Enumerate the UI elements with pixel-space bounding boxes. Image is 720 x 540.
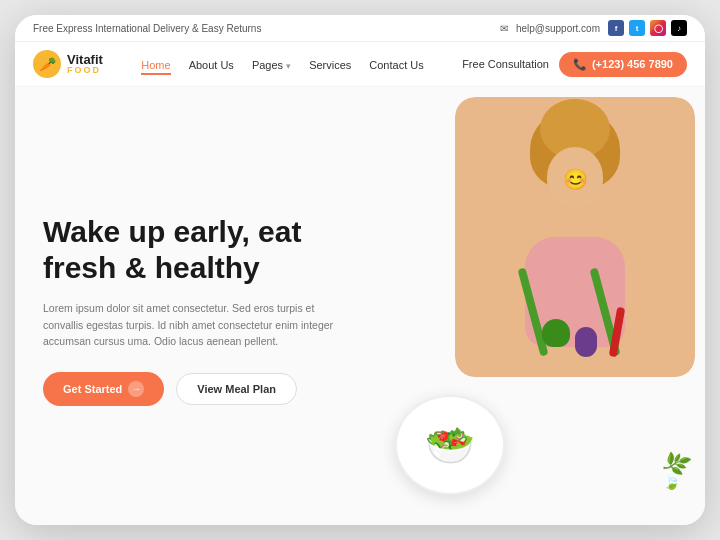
person-face <box>547 147 603 207</box>
nav-item-home[interactable]: Home <box>141 55 170 73</box>
nav-item-contact[interactable]: Contact Us <box>369 55 423 73</box>
device-frame: Free Express International Delivery & Ea… <box>15 15 705 525</box>
veggies-group <box>465 257 685 357</box>
meal-plan-label: View Meal Plan <box>197 383 276 395</box>
social-icons: f t ◯ ♪ <box>608 20 687 36</box>
plate-circle: 🥗 <box>395 395 505 495</box>
facebook-icon[interactable]: f <box>608 20 624 36</box>
logo-text: Vitafit FOOD <box>67 53 103 75</box>
nav-link-home[interactable]: Home <box>141 59 170 75</box>
pages-chevron-icon: ▾ <box>286 61 291 71</box>
topbar-right: ✉ help@support.com f t ◯ ♪ <box>500 20 687 36</box>
hero-section: Wake up early, eat fresh & healthy Lorem… <box>15 87 705 525</box>
tiktok-icon[interactable]: ♪ <box>671 20 687 36</box>
veggie-broccoli <box>542 319 570 347</box>
phone-number: (+123) 456 7890 <box>592 58 673 70</box>
instagram-icon[interactable]: ◯ <box>650 20 666 36</box>
hero-description: Lorem ipsum dolor sit amet consectetur. … <box>43 300 353 350</box>
logo-sub-name: FOOD <box>67 66 103 75</box>
nav-right: Free Consultation 📞 (+123) 456 7890 <box>462 52 687 77</box>
hero-title-line2: fresh & healthy <box>43 251 260 284</box>
topbar-left: Free Express International Delivery & Ea… <box>33 23 261 34</box>
arrow-right-icon: → <box>128 381 144 397</box>
veggie-purple <box>575 327 597 357</box>
twitter-icon[interactable]: t <box>629 20 645 36</box>
envelope-icon: ✉ <box>500 23 508 34</box>
free-consultation-label: Free Consultation <box>462 58 549 70</box>
leaf-decoration-right2: 🍃 <box>663 474 680 490</box>
nav-link-about[interactable]: About Us <box>189 59 234 71</box>
phone-icon: 📞 <box>573 58 587 71</box>
get-started-button[interactable]: Get Started → <box>43 372 164 406</box>
nav-link-contact[interactable]: Contact Us <box>369 59 423 71</box>
hero-title: Wake up early, eat fresh & healthy <box>43 214 401 286</box>
logo-emoji: 🥕 <box>39 56 56 72</box>
delivery-text: Free Express International Delivery & Ea… <box>33 23 261 34</box>
nav-link-pages[interactable]: Pages ▾ <box>252 59 291 71</box>
person-figure <box>455 97 695 377</box>
get-started-label: Get Started <box>63 383 122 395</box>
nav-item-services[interactable]: Services <box>309 55 351 73</box>
hero-content: Wake up early, eat fresh & healthy Lorem… <box>15 87 425 525</box>
navbar: 🥕 Vitafit FOOD Home About Us Pages ▾ Ser… <box>15 42 705 87</box>
nav-link-services[interactable]: Services <box>309 59 351 71</box>
phone-button[interactable]: 📞 (+123) 456 7890 <box>559 52 687 77</box>
meal-plan-button[interactable]: View Meal Plan <box>176 373 297 405</box>
salad-emoji: 🥗 <box>425 425 475 465</box>
email-text: help@support.com <box>516 23 600 34</box>
nav-item-pages[interactable]: Pages ▾ <box>252 55 291 73</box>
hero-title-line1: Wake up early, eat <box>43 215 301 248</box>
nav-links: Home About Us Pages ▾ Services Contact U… <box>141 55 423 73</box>
top-bar: Free Express International Delivery & Ea… <box>15 15 705 42</box>
hero-image-area: 🥗 🌿 🍃 🌿 🍃 <box>425 87 705 525</box>
nav-item-about[interactable]: About Us <box>189 55 234 73</box>
logo: 🥕 Vitafit FOOD <box>33 50 103 78</box>
logo-icon: 🥕 <box>33 50 61 78</box>
salad-plate: 🥗 <box>395 395 515 495</box>
person-bg <box>455 97 695 377</box>
hero-buttons: Get Started → View Meal Plan <box>43 372 401 406</box>
